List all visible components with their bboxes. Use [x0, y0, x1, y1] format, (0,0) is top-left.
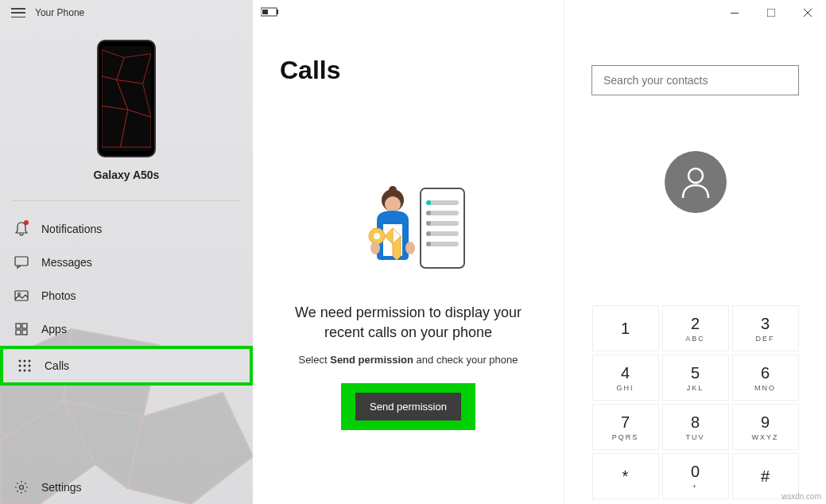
- key-num: *: [622, 467, 629, 486]
- svg-point-20: [18, 293, 21, 296]
- titlebar: Your Phone: [0, 0, 826, 25]
- svg-point-45: [426, 242, 431, 246]
- photo-icon: [14, 289, 29, 303]
- gear-icon: [14, 480, 29, 494]
- nav-label: Settings: [41, 481, 82, 494]
- svg-point-25: [19, 360, 21, 362]
- svg-rect-36: [427, 200, 459, 205]
- dial-key-2[interactable]: 2ABC: [662, 305, 729, 351]
- svg-point-30: [29, 365, 31, 367]
- svg-point-47: [389, 186, 397, 194]
- minimize-button[interactable]: [716, 0, 753, 25]
- dial-key-*[interactable]: *: [592, 453, 659, 499]
- svg-point-51: [374, 233, 380, 239]
- key-letters: PQRS: [612, 433, 639, 441]
- key-num: 4: [621, 364, 630, 382]
- dial-key-0[interactable]: 0+: [662, 453, 729, 499]
- svg-rect-2: [262, 10, 268, 14]
- svg-point-39: [426, 211, 431, 215]
- watermark: wsxdn.com: [781, 492, 821, 501]
- key-num: 9: [761, 413, 770, 432]
- search-input[interactable]: [591, 65, 799, 95]
- maximize-button[interactable]: [753, 0, 789, 25]
- svg-point-53: [405, 242, 415, 254]
- key-letters: JKL: [687, 384, 704, 392]
- notification-dot: [24, 220, 29, 225]
- svg-rect-42: [427, 231, 459, 236]
- svg-rect-3: [731, 13, 739, 14]
- phone-preview: Galaxy A50s: [0, 32, 253, 196]
- nav-label: Apps: [41, 323, 67, 335]
- sidebar-item-settings[interactable]: Settings: [0, 471, 253, 504]
- sidebar-item-calls[interactable]: Calls: [0, 346, 253, 386]
- app-title: Your Phone: [35, 7, 84, 18]
- sidebar: Galaxy A50s Notifications Messages Photo…: [0, 0, 253, 504]
- svg-rect-22: [22, 324, 27, 328]
- svg-point-32: [24, 370, 26, 372]
- svg-rect-40: [427, 221, 459, 226]
- svg-point-26: [24, 360, 26, 362]
- svg-point-37: [426, 200, 431, 205]
- nav-label: Photos: [41, 289, 76, 302]
- contacts-panel: 12ABC3DEF4GHI5JKL6MNO7PQRS8TUV9WXYZ*0+#: [564, 0, 826, 504]
- key-num: 5: [691, 364, 700, 382]
- message-icon: [14, 255, 29, 269]
- dial-key-4[interactable]: 4GHI: [592, 355, 659, 401]
- hamburger-menu-icon[interactable]: [11, 8, 25, 17]
- phone-name: Galaxy A50s: [94, 169, 160, 181]
- svg-rect-21: [16, 324, 21, 328]
- svg-point-41: [426, 221, 431, 226]
- dialpad-icon: [17, 359, 32, 373]
- dial-key-9[interactable]: 9WXYZ: [732, 404, 799, 450]
- svg-point-27: [29, 360, 31, 362]
- key-num: 7: [621, 413, 630, 432]
- sidebar-item-photos[interactable]: Photos: [0, 279, 253, 312]
- avatar: [665, 151, 727, 213]
- permission-subtext: Select Send permission and check your ph…: [280, 354, 537, 366]
- nav-list: Notifications Messages Photos Apps Calls: [0, 212, 253, 386]
- key-num: 6: [761, 364, 770, 382]
- key-letters: +: [692, 483, 698, 490]
- nav-label: Notifications: [41, 223, 102, 235]
- dial-key-6[interactable]: 6MNO: [732, 355, 799, 401]
- sidebar-item-messages[interactable]: Messages: [0, 246, 253, 279]
- divider: [13, 200, 240, 201]
- key-num: 1: [621, 320, 630, 338]
- nav-label: Messages: [41, 256, 92, 269]
- dial-key-3[interactable]: 3DEF: [732, 305, 799, 351]
- main-panel: Calls We need permission to display your…: [253, 0, 564, 504]
- sidebar-item-apps[interactable]: Apps: [0, 312, 253, 346]
- key-num: 0: [691, 463, 700, 481]
- svg-point-31: [19, 370, 21, 372]
- close-button[interactable]: [789, 0, 826, 25]
- nav-label: Calls: [45, 359, 69, 372]
- key-num: 3: [761, 315, 770, 333]
- key-letters: MNO: [754, 384, 776, 392]
- send-permission-button[interactable]: Send permission: [355, 393, 461, 421]
- svg-point-48: [385, 196, 401, 212]
- svg-rect-38: [427, 211, 459, 215]
- key-letters: WXYZ: [752, 433, 779, 441]
- permission-illustration: [280, 180, 537, 284]
- key-num: 8: [691, 413, 700, 432]
- svg-point-33: [29, 370, 31, 372]
- key-letters: ABC: [685, 335, 705, 343]
- svg-point-43: [426, 231, 431, 236]
- svg-rect-4: [767, 9, 775, 17]
- window-controls: [716, 0, 826, 25]
- svg-point-28: [19, 365, 21, 367]
- key-letters: DEF: [756, 335, 775, 343]
- svg-point-29: [24, 365, 26, 367]
- dial-key-1[interactable]: 1: [592, 305, 659, 351]
- send-permission-highlight: Send permission: [341, 383, 475, 430]
- dial-key-8[interactable]: 8TUV: [662, 404, 729, 450]
- svg-point-34: [20, 486, 24, 490]
- sidebar-item-notifications[interactable]: Notifications: [0, 212, 253, 246]
- svg-point-52: [370, 242, 380, 254]
- key-num: 2: [691, 315, 700, 333]
- key-letters: TUV: [686, 433, 705, 441]
- svg-rect-18: [15, 257, 28, 266]
- dial-key-7[interactable]: 7PQRS: [592, 404, 659, 450]
- dial-key-5[interactable]: 5JKL: [662, 355, 729, 401]
- page-title: Calls: [280, 56, 537, 85]
